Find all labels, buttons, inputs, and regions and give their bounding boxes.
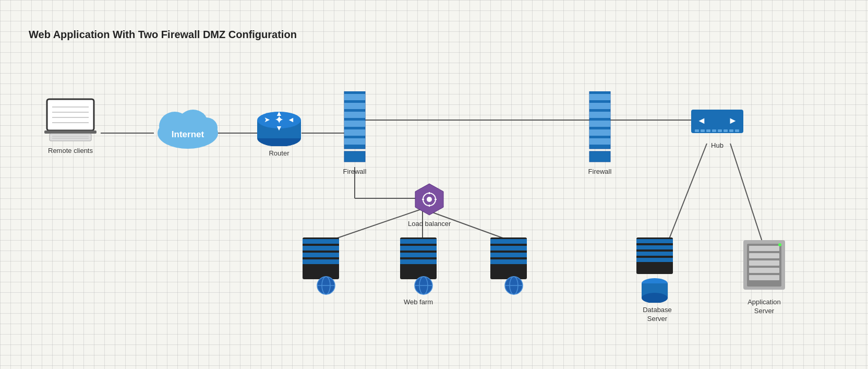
application-server-label: Application Server xyxy=(748,298,781,316)
svg-rect-70 xyxy=(303,246,339,251)
svg-rect-41 xyxy=(344,151,365,162)
svg-rect-105 xyxy=(749,246,779,251)
svg-text:➤: ➤ xyxy=(264,115,270,124)
diagram-title: Web Application With Two Firewall DMZ Co… xyxy=(29,29,297,41)
svg-rect-43 xyxy=(589,94,610,100)
application-server-icon xyxy=(741,237,788,295)
database-server-node: Database Server xyxy=(634,237,681,324)
svg-rect-37 xyxy=(344,112,365,118)
firewall2-node: Firewall xyxy=(587,91,613,176)
firewall1-label: Firewall xyxy=(343,168,367,176)
svg-text:▼: ▼ xyxy=(275,124,283,132)
svg-text:◄: ◄ xyxy=(697,115,706,126)
database-server-label: Database Server xyxy=(643,306,672,324)
svg-rect-39 xyxy=(344,129,365,136)
router-icon: ✦ ➤ ◄ ▲ ▼ xyxy=(256,104,303,146)
web-server-3-node xyxy=(488,237,529,295)
canvas: Web Application With Two Firewall DMZ Co… xyxy=(0,0,868,369)
svg-rect-12 xyxy=(47,99,94,130)
svg-rect-81 xyxy=(400,259,437,264)
svg-rect-96 xyxy=(636,239,673,243)
svg-rect-55 xyxy=(706,129,710,132)
svg-point-63 xyxy=(427,197,432,202)
svg-text:▲: ▲ xyxy=(275,109,283,117)
router-label: Router xyxy=(269,149,289,158)
svg-text:◄: ◄ xyxy=(287,115,295,124)
svg-rect-60 xyxy=(735,129,739,132)
svg-rect-80 xyxy=(400,253,437,257)
svg-rect-58 xyxy=(724,129,728,132)
load-balancer-node: Load balancer xyxy=(408,183,451,229)
remote-clients-node: Remote clients xyxy=(42,97,99,156)
svg-rect-35 xyxy=(344,94,365,100)
svg-rect-18 xyxy=(50,134,91,141)
svg-rect-106 xyxy=(749,253,779,258)
svg-rect-88 xyxy=(490,246,527,251)
svg-rect-45 xyxy=(589,112,610,118)
svg-rect-47 xyxy=(589,129,610,136)
svg-rect-87 xyxy=(490,239,527,244)
svg-rect-99 xyxy=(636,258,673,262)
svg-text:Internet: Internet xyxy=(172,129,204,139)
web-farm-label: Web farm xyxy=(404,298,433,307)
svg-rect-109 xyxy=(749,275,779,280)
web-server-3-icon xyxy=(488,237,529,295)
svg-rect-97 xyxy=(636,245,673,249)
firewall1-icon xyxy=(342,91,368,164)
svg-rect-71 xyxy=(303,253,339,257)
svg-rect-48 xyxy=(589,138,610,145)
cloud-icon: Internet xyxy=(154,99,222,149)
router-node: ✦ ➤ ◄ ▲ ▼ Router xyxy=(256,104,303,158)
firewall1-node: Firewall xyxy=(342,91,368,176)
svg-rect-98 xyxy=(636,252,673,256)
svg-point-110 xyxy=(778,243,781,246)
svg-rect-46 xyxy=(589,121,610,127)
internet-node: Internet xyxy=(154,99,222,149)
web-server-2-node: Web farm xyxy=(397,237,439,307)
application-server-node: Application Server xyxy=(741,237,788,316)
svg-rect-108 xyxy=(749,268,779,273)
web-server-2-icon xyxy=(397,237,439,295)
load-balancer-icon xyxy=(414,183,445,217)
svg-rect-107 xyxy=(749,260,779,266)
svg-rect-36 xyxy=(344,103,365,109)
laptop-icon xyxy=(42,97,99,144)
svg-rect-17 xyxy=(44,130,97,134)
svg-rect-49 xyxy=(589,151,610,162)
load-balancer-label: Load balancer xyxy=(408,220,451,229)
svg-rect-79 xyxy=(400,246,437,251)
svg-rect-90 xyxy=(490,259,527,264)
svg-rect-57 xyxy=(718,129,722,132)
svg-rect-38 xyxy=(344,121,365,127)
svg-rect-54 xyxy=(701,129,705,132)
database-server-icon xyxy=(634,237,681,303)
remote-clients-label: Remote clients xyxy=(48,147,93,156)
svg-rect-44 xyxy=(589,103,610,109)
hub-icon: ◄ ► xyxy=(689,104,746,138)
svg-rect-69 xyxy=(303,239,339,244)
web-server-1-icon xyxy=(300,237,342,295)
firewall2-label: Firewall xyxy=(588,168,612,176)
hub-node: ◄ ► Hub xyxy=(689,104,746,150)
svg-rect-59 xyxy=(729,129,733,132)
firewall2-icon xyxy=(587,91,613,164)
svg-text:►: ► xyxy=(728,115,738,126)
svg-rect-53 xyxy=(695,129,699,132)
svg-rect-56 xyxy=(712,129,716,132)
svg-rect-89 xyxy=(490,253,527,257)
web-server-1-node xyxy=(300,237,342,295)
hub-label: Hub xyxy=(711,141,724,150)
svg-rect-72 xyxy=(303,259,339,264)
svg-rect-40 xyxy=(344,138,365,145)
svg-rect-78 xyxy=(400,239,437,244)
